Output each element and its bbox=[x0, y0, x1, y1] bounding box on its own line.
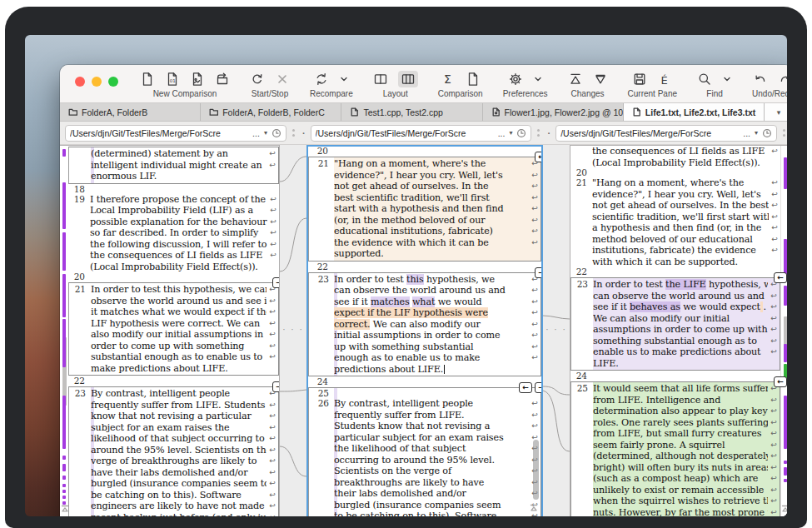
merge-left-button[interactable]: ← bbox=[774, 376, 787, 387]
pane-divider-grip[interactable] bbox=[780, 129, 787, 137]
text-line[interactable]: seem fairly prone. A squirrel bbox=[593, 440, 768, 451]
text-line[interactable]: evidence?", I hear you cry. Well, let's bbox=[592, 189, 769, 201]
text-line[interactable]: their labs demolished and/or bbox=[334, 488, 529, 500]
text-line[interactable]: institutions, fabricate) the evidence bbox=[592, 245, 769, 257]
text-line[interactable] bbox=[333, 377, 530, 386]
pane-right[interactable]: the consequences of LI fields as LIFE↩(L… bbox=[570, 145, 787, 516]
undo-icon[interactable] bbox=[753, 72, 768, 87]
change-map[interactable] bbox=[60, 146, 68, 516]
text-line[interactable]: It would seem that all life forms suffer bbox=[593, 383, 768, 395]
path-history-icon[interactable] bbox=[516, 128, 526, 138]
text-line[interactable]: around the 95% level. Scientists on the bbox=[91, 445, 267, 456]
pane-swap-dot[interactable]: · bbox=[545, 128, 552, 138]
text-line[interactable] bbox=[90, 376, 267, 386]
text-line[interactable]: correct. We can also modify our bbox=[334, 319, 529, 331]
close-window-button[interactable] bbox=[75, 77, 85, 87]
close-icon[interactable] bbox=[275, 72, 290, 87]
text-line[interactable]: order to come up with something bbox=[91, 341, 267, 352]
accent-e-icon[interactable]: É bbox=[657, 72, 672, 87]
text-line[interactable]: In order to test the LIFE hypothesis, we bbox=[593, 279, 768, 291]
doc-plain-icon[interactable] bbox=[466, 72, 481, 87]
text-line[interactable]: supported. bbox=[334, 248, 529, 260]
text-line[interactable]: best scientific tradition, we'll first bbox=[334, 192, 529, 204]
path-ellipsis-button[interactable]: ... bbox=[252, 128, 260, 138]
change-next-icon[interactable] bbox=[593, 72, 608, 87]
text-line[interactable]: predictions about LIFE. bbox=[334, 364, 529, 376]
text-line[interactable]: see if it matches what we would bbox=[334, 296, 529, 308]
toolbar-item-new-comparison[interactable]: 01New Comparison bbox=[140, 71, 230, 98]
text-line[interactable]: substantial enough as to enable us to bbox=[91, 351, 267, 363]
path-field-1[interactable]: /Users/djn/Git/TestFiles/Merge/ForScre..… bbox=[65, 125, 286, 142]
text-line[interactable]: see if it behaves as we would expect . bbox=[593, 301, 768, 313]
text-line[interactable]: with which it can be supported. bbox=[592, 257, 769, 268]
text-line[interactable]: also modify our initial assumptions in bbox=[91, 329, 267, 341]
text-line[interactable]: from LIFE. Intelligence and bbox=[593, 395, 768, 406]
redo-icon[interactable] bbox=[778, 72, 787, 87]
text-line[interactable]: have their labs demolished and/or bbox=[91, 467, 267, 479]
merge-right-button[interactable]: → bbox=[272, 277, 280, 288]
text-line[interactable]: so far described. In order to simplify bbox=[90, 227, 267, 239]
text-line[interactable]: frequently suffer from LIFE. Students bbox=[91, 400, 267, 411]
tab-4[interactable]: Flower1.jpg, Flower2.jpg @ 100% bbox=[483, 103, 624, 121]
text-line[interactable]: a hypothesis and then find (or, in the bbox=[592, 222, 769, 234]
text-line[interactable]: burgled (insurance companies seem to bbox=[91, 478, 267, 490]
text-line[interactable]: make predictions about LIFE. bbox=[91, 363, 267, 375]
toolbar-item-current-pane[interactable]: ÉCurrent Pane bbox=[628, 71, 677, 98]
text-line[interactable]: observe the world around us and see if bbox=[91, 296, 267, 307]
toolbar-item-preferences[interactable]: Preferences bbox=[503, 71, 548, 98]
text-line[interactable]: the consequences of LI fields as LIFE bbox=[90, 250, 267, 262]
text-line[interactable] bbox=[333, 262, 530, 271]
text-line[interactable]: the consequences of LI fields as LIFE bbox=[592, 146, 769, 157]
text-line[interactable]: recent backup just before (and only just bbox=[91, 512, 267, 517]
text-line[interactable]: when the squirrel wishes to retrieve the bbox=[593, 496, 768, 507]
zoom-window-button[interactable] bbox=[108, 77, 118, 87]
toolbar-item-undo-redo[interactable]: Undo/Redo bbox=[752, 71, 787, 98]
text-line[interactable] bbox=[592, 267, 769, 276]
text-line[interactable]: it matches what we would expect if the bbox=[91, 306, 267, 318]
tab-1[interactable]: FolderA, FolderB bbox=[60, 103, 201, 121]
text-line[interactable]: not get ahead of ourselves. In the bbox=[334, 181, 529, 192]
pane-left[interactable]: (determined) statement by an↩intelligent… bbox=[60, 145, 280, 516]
text-line[interactable]: roles. One rarely sees plants suffering bbox=[593, 417, 768, 429]
text-line[interactable] bbox=[592, 168, 769, 177]
text-line[interactable]: educational institutions, fabricate) bbox=[334, 226, 529, 237]
text-line[interactable]: I therefore propose the concept of the bbox=[90, 194, 267, 206]
tab-list-dropdown[interactable]: ▾ bbox=[765, 103, 787, 121]
text-line[interactable]: up with something substantial bbox=[334, 341, 529, 353]
merge-right-button[interactable]: → bbox=[535, 382, 543, 393]
change-prev-icon[interactable] bbox=[568, 72, 583, 87]
doc-plain-icon[interactable] bbox=[140, 72, 155, 87]
text-line[interactable]: LIFE. bbox=[593, 358, 768, 370]
chevron-down-icon[interactable] bbox=[722, 74, 732, 84]
text-line[interactable]: "Hang on a moment, where's the bbox=[334, 158, 529, 170]
text-line[interactable]: from LIFE, but small furry creatures bbox=[593, 428, 768, 440]
vertical-scrollbar[interactable] bbox=[533, 440, 539, 500]
merge-left-button[interactable]: ← bbox=[535, 152, 543, 162]
merge-right-button[interactable]: → bbox=[272, 381, 280, 392]
text-line[interactable]: Scientists on the verge of bbox=[334, 466, 529, 477]
text-flow[interactable]: (determined) statement by an↩intelligent… bbox=[68, 146, 279, 516]
text-line[interactable]: intelligent individual might create an bbox=[91, 160, 267, 172]
change-map[interactable] bbox=[780, 146, 787, 516]
text-line[interactable]: We can also modify our initial bbox=[593, 313, 768, 325]
merge-left-button[interactable]: ← bbox=[519, 382, 532, 393]
text-line[interactable]: something substantial enough as to bbox=[593, 336, 768, 347]
text-line[interactable]: particular subject for an exam raises bbox=[334, 432, 529, 444]
text-line[interactable]: verge of breakthroughs are likely to bbox=[91, 456, 267, 467]
text-line[interactable]: likelihood of that subject occurring to bbox=[91, 433, 267, 445]
merge-left-button[interactable]: ← bbox=[774, 272, 787, 283]
go-first-change-icon[interactable] bbox=[781, 505, 787, 513]
toolbar-item-start-stop[interactable]: Start/Stop bbox=[250, 71, 290, 98]
text-line[interactable]: method beloved of our educational bbox=[592, 234, 769, 246]
toolbar-item-changes[interactable]: Changes bbox=[568, 71, 608, 98]
pane-middle[interactable]: 2021"Hang on a moment, where's the↩evide… bbox=[306, 145, 543, 516]
text-line[interactable]: to be catching on to this). Software bbox=[334, 511, 529, 516]
text-line[interactable]: "Hang on a moment, where's the bbox=[592, 177, 769, 189]
text-line[interactable]: In order to test this hypothesis, we bbox=[334, 274, 529, 286]
tab-5[interactable]: Life1.txt, Life2.txt, Life3.txt bbox=[624, 103, 765, 121]
text-line[interactable]: can observe the world around us and bbox=[334, 285, 529, 296]
text-flow[interactable]: 2021"Hang on a moment, where's the↩evide… bbox=[308, 147, 541, 516]
go-last-change-icon[interactable] bbox=[530, 515, 538, 516]
path-history-icon[interactable] bbox=[271, 128, 281, 138]
chevron-down-icon[interactable] bbox=[339, 74, 349, 84]
